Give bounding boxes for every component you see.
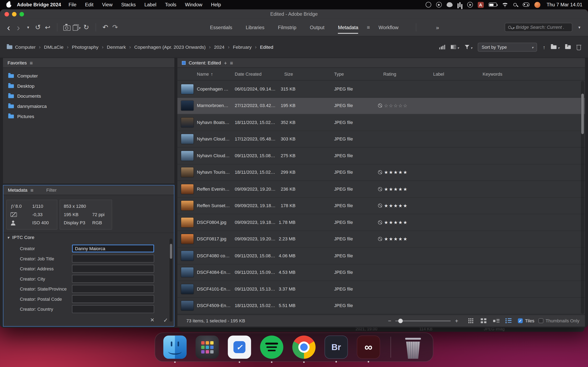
status-menu-icon-2[interactable] [447,2,452,7]
workspace-tab-filmstrip[interactable]: Filmstrip [278,25,296,30]
favorites-item-pictures[interactable]: Pictures [3,111,174,122]
scrollbar-thumb[interactable] [581,94,584,134]
breadcrumb-item-february[interactable]: February [233,44,251,50]
minimize-window-button[interactable] [12,12,17,16]
menubar-clock[interactable]: Thu 7 Mar 14.01 [546,2,582,8]
favorites-item-documents[interactable]: Documents [3,91,174,101]
file-row[interactable]: Reffen Evenin…09/09/2023, 19.20…236 KBJP… [177,181,585,198]
workspace-menu-icon[interactable] [364,22,372,33]
workspace-tab-output[interactable]: Output [310,25,325,30]
history-icon[interactable] [34,22,42,33]
navigation-dropdown-icon[interactable] [24,22,32,33]
metadata-field-input-creator[interactable] [72,244,154,252]
favorites-item-dannymaiorca[interactable]: dannymaiorca [3,101,174,111]
metadata-field-input-creator-postal-code[interactable] [72,295,154,303]
content-tab[interactable]: Content: Edited [189,60,221,66]
spotlight-search-icon[interactable] [513,3,517,7]
breadcrumb-item-denmark[interactable]: Denmark [107,44,126,50]
favorites-menu-icon[interactable] [30,59,33,66]
status-menu-icon-1[interactable] [436,2,442,8]
user-avatar-icon[interactable] [534,2,540,8]
menu-file[interactable]: File [69,2,76,8]
metadata-scrollbar[interactable] [169,239,173,322]
workspace-tab-metadata[interactable]: Metadata [338,25,358,30]
thumbnails-only-toggle[interactable]: Thumbnails Only [538,318,579,323]
metadata-tab[interactable]: Metadata [8,187,27,193]
metadata-field-input-creator-country[interactable] [72,305,154,313]
tiles-toggle[interactable]: Tiles [518,318,535,323]
file-row[interactable]: DSCF4080 co…09/11/2023, 15.08…4.06 MBJPE… [177,248,585,264]
thumbnail-quality-button[interactable] [439,45,445,50]
file-row[interactable]: DSCF4101-En…09/11/2023, 15.13…3.37 MBJPE… [177,281,585,298]
back-button[interactable] [4,22,13,33]
metadata-field-input-creator-city[interactable] [72,275,154,283]
a-app-menu-icon[interactable]: A [477,2,484,8]
refresh-button[interactable] [82,22,90,33]
metadata-field-input-creator-job-title[interactable] [72,255,154,263]
apply-metadata-icon[interactable] [163,317,168,323]
cancel-metadata-icon[interactable] [150,316,154,324]
menu-help[interactable]: Help [211,2,221,8]
file-row[interactable]: Copenhagen …06/01/2024, 09.14…315 KBJPEG… [177,81,585,98]
metadata-menu-icon[interactable] [30,187,34,193]
status-menu-icon-3[interactable] [459,2,460,7]
close-window-button[interactable] [4,12,9,16]
sort-direction-button[interactable] [543,44,545,50]
menu-window[interactable]: Window [185,2,202,8]
file-row[interactable]: Nyhavn Cloud…17/12/2023, 05.48…303 KBJPE… [177,131,585,148]
metadata-field-input-creator-state-province[interactable] [72,285,154,293]
column-header-date-created[interactable]: Date Created [235,71,261,77]
breadcrumb-item-dmlacie[interactable]: DMLaCie [44,44,63,50]
menu-stacks[interactable]: Stacks [121,2,136,8]
larger-thumbnails-button[interactable] [455,317,458,324]
dock-things-icon[interactable] [228,336,251,359]
duplicate-button[interactable] [72,22,80,33]
battery-icon[interactable] [489,3,497,7]
menu-label[interactable]: Label [144,2,156,8]
dock-creative-cloud-icon[interactable] [357,336,380,359]
thumbnail-view-icon[interactable] [481,318,489,324]
dock-chrome-icon[interactable] [292,336,316,359]
favorites-tab[interactable]: Favorites [8,60,27,66]
iptc-core-section-header[interactable]: IPTC Core [3,233,174,242]
play-menu-icon[interactable] [467,2,473,8]
add-content-tab-icon[interactable] [224,59,227,66]
breadcrumb-item-edited[interactable]: Edited [260,44,273,50]
metadata-field-input-creator-address[interactable] [72,265,154,273]
maximize-window-button[interactable] [20,12,24,16]
new-folder-button[interactable] [565,45,571,49]
file-row[interactable]: DSCF0817.jpg09/09/2023, 19.20…2.23 MBJPE… [177,231,585,248]
creative-cloud-menu-icon[interactable] [425,2,431,8]
workspace-tab-workflow[interactable]: Workflow [379,25,398,30]
dock-trash-icon[interactable] [401,336,425,359]
file-row[interactable]: Reffen Sunset…09/09/2023, 19.18…178 KBJP… [177,198,585,214]
file-row[interactable]: Nyhavn Boats…18/11/2023, 15.02…352 KBJPE… [177,114,585,131]
control-center-icon[interactable] [523,3,529,7]
thumbnail-size-slider[interactable] [395,320,451,321]
preview-quality-button[interactable] [451,44,459,50]
redo-button[interactable] [111,22,119,33]
search-options-chevron-icon[interactable] [575,22,584,33]
workspace-tab-essentials[interactable]: Essentials [210,25,232,30]
menu-tools[interactable]: Tools [165,2,176,8]
smaller-thumbnails-button[interactable] [388,317,391,324]
file-row[interactable]: DSCF4509-En…18/11/2023, 15.02…5.51 MBJPE… [177,298,585,314]
content-menu-icon[interactable] [230,59,233,66]
column-header-type[interactable]: Type [334,71,344,77]
filter-button[interactable] [465,44,472,50]
filter-tab[interactable]: Filter [46,187,57,193]
breadcrumb-item-copenhagen-apr-2023-onwards[interactable]: Copenhagen (Apr. 2023 Onwards) [134,44,206,50]
checkbox-unchecked-icon[interactable] [538,318,543,323]
menu-edit[interactable]: Edit [85,2,93,8]
bridge-search-box[interactable] [505,23,572,32]
workspace-tab-libraries[interactable]: Libraries [246,25,265,30]
wifi-icon[interactable] [502,2,508,7]
delete-button[interactable] [576,44,581,50]
search-input[interactable] [516,25,569,30]
file-row[interactable]: DSCF0804.jpg09/09/2023, 19.18…1.78 MBJPE… [177,214,585,231]
undo-button[interactable] [101,22,109,33]
file-row[interactable]: Nyhavn Touris…18/11/2023, 15.02…299 KBJP… [177,164,585,181]
app-menu-title[interactable]: Adobe Bridge 2024 [17,2,61,8]
scrollbar-thumb[interactable] [170,244,172,259]
content-scrollbar[interactable] [581,81,584,314]
